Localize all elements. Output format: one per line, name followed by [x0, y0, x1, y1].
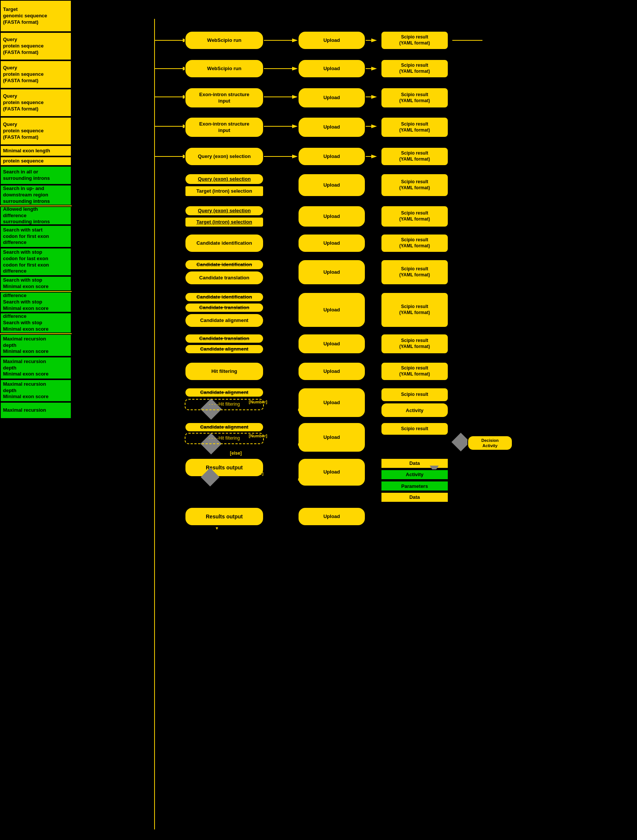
sidebar-item-10: Allowed lengthdifferencesurrounding intr… [0, 206, 72, 225]
upload-label-9: Upload [323, 269, 340, 276]
process-label-7a: Query (exon) selection [198, 208, 251, 214]
upload-label-12: Upload [323, 368, 340, 375]
upload-box-13: Upload [298, 388, 366, 418]
sidebar-label-4: Queryprotein sequence(FASTA format) [3, 93, 44, 112]
process-box-7a: Query (exon) selection [185, 205, 264, 216]
sidebar-label-19: Maximal recursion [3, 407, 46, 414]
result-label-12: Scipio result(YAML format) [399, 365, 430, 377]
svg-marker-27 [292, 125, 298, 128]
params-label-15: Parameters [401, 483, 428, 489]
sidebar-label-17: Maximal recursiondepthMinimal exon score [3, 358, 49, 378]
process-box-3: Exon-intron structureinput [185, 87, 264, 108]
upload-box-3: Upload [298, 87, 366, 108]
process-label-4: Exon-intron structureinput [199, 121, 249, 134]
sidebar-label-8: Search in all orsurrounding introns [3, 169, 50, 182]
process-box-9a: Candidate identification [185, 259, 264, 270]
process-label-1: WebScipio run [207, 37, 241, 44]
sidebar-label-11: Search with startcodon for first exondif… [3, 227, 49, 246]
sidebar-label-5: Queryprotein sequence(FASTA format) [3, 122, 44, 141]
svg-marker-19 [371, 38, 377, 42]
process-label-14a: Candidate alignment [200, 424, 248, 431]
sidebar-label-6: Minimal exon length [3, 148, 50, 154]
svg-marker-30 [292, 155, 298, 158]
process-box-11a: Candidate translation [185, 334, 264, 343]
upload-box-11: Upload [298, 334, 366, 354]
result-box-3: Scipio result(YAML format) [381, 87, 449, 108]
upload-label-6: Upload [323, 182, 340, 188]
process-box-10c: Candidate alignment [185, 313, 264, 328]
process-label-2: WebScipio run [207, 66, 241, 72]
process-box-7b: Target (intron) selection [185, 217, 264, 227]
number-label-15a: [Number] [245, 471, 263, 476]
sidebar-label-15: differenceSearch with stopMinimal exon s… [3, 313, 49, 333]
upload-box-14: Upload [298, 422, 366, 452]
result-box-4: Scipio result(YAML format) [381, 117, 449, 137]
result-label-6: Scipio result(YAML format) [399, 179, 430, 191]
result-box-14a: Scipio result [381, 422, 449, 436]
result-box-6: Scipio result(YAML format) [381, 174, 449, 197]
sidebar-label-7: protein sequence [3, 158, 44, 164]
svg-marker-21 [292, 67, 298, 71]
upload-label-3: Upload [323, 95, 340, 101]
activity-label-15: Activity [406, 472, 424, 478]
upload-box-6: Upload [298, 174, 366, 197]
sidebar-label-13: Search with stopMinimal exon score [3, 277, 49, 290]
process-label-5: Query (exon) selection [198, 153, 251, 160]
result-box-10: Scipio result(YAML format) [381, 292, 449, 328]
svg-marker-22 [371, 67, 377, 71]
process-box-4: Exon-intron structureinput [185, 117, 264, 137]
result-label-9: Scipio result(YAML format) [399, 266, 430, 278]
process-box-6a: Query (exon) selection [185, 174, 264, 185]
activity-badge-13: Activity [381, 403, 449, 418]
data-badge-15b: Data [381, 492, 449, 502]
result-label-14a: Scipio result [401, 426, 428, 432]
process-box-1: WebScipio run [185, 31, 264, 50]
upload-box-15a: Upload [298, 458, 366, 486]
upload-label-10: Upload [323, 307, 340, 313]
upload-label-5: Upload [323, 153, 340, 160]
result-label-13a: Scipio result [401, 392, 428, 398]
upload-label-11: Upload [323, 341, 340, 347]
process-box-8: Candidate identification [185, 234, 264, 253]
sidebar-item-11: Search with startcodon for first exondif… [0, 225, 72, 248]
process-label-6b: Target (intron) selection [196, 188, 252, 194]
svg-marker-31 [371, 155, 377, 158]
upload-box-8: Upload [298, 234, 366, 253]
process-label-13a: Candidate alignment [200, 390, 248, 396]
data-label-15b: Data [409, 494, 420, 501]
result-label-7: Scipio result(YAML format) [399, 210, 430, 222]
sidebar-label-12: Search with stopcodon for last exoncodon… [3, 249, 49, 275]
params-badge-15: Parameters [381, 481, 449, 491]
recursive-label-15a: recursive runs < [298, 477, 330, 482]
sidebar: Targetgenomic sequence(FASTA format) Que… [0, 0, 72, 840]
result-box-2: Scipio result(YAML format) [381, 59, 449, 78]
process-box-6b: Target (intron) selection [185, 185, 264, 197]
sidebar-item-5: Queryprotein sequence(FASTA format) [0, 117, 72, 145]
process-label-7b: Target (intron) selection [196, 219, 252, 226]
sidebar-label-16: Maximal recursiondepthMinimal exon score [3, 336, 49, 355]
sidebar-label-18: Maximal recursiondepthMinimal exon score [3, 381, 49, 400]
svg-marker-28 [371, 125, 377, 128]
upload-box-2: Upload [298, 59, 366, 78]
result-label-10: Scipio result(YAML format) [399, 304, 430, 316]
process-box-11b: Candidate alignment [185, 344, 264, 354]
upload-label-1: Upload [323, 37, 340, 44]
process-label-8: Candidate identification [196, 240, 252, 246]
upload-label-14: Upload [323, 434, 340, 441]
result-label-4: Scipio result(YAML format) [399, 122, 430, 133]
activity-label-13: Activity [406, 407, 424, 413]
sidebar-item-2: Queryprotein sequence(FASTA format) [0, 32, 72, 60]
process-label-3: Exon-intron structureinput [199, 92, 249, 104]
result-box-7: Scipio result(YAML format) [381, 205, 449, 227]
result-label-3: Scipio result(YAML format) [399, 92, 430, 104]
upload-box-9: Upload [298, 259, 366, 285]
process-label-11b: Candidate alignment [200, 346, 248, 352]
upload-box-15b: Upload [298, 507, 366, 526]
process-label-9b: Candidate translation [199, 275, 249, 281]
sidebar-item-19: Maximal recursion [0, 402, 72, 419]
sidebar-item-17: Maximal recursiondepthMinimal exon score [0, 357, 72, 379]
sidebar-label-3: Queryprotein sequence(FASTA format) [3, 65, 44, 84]
sidebar-item-13: Search with stopMinimal exon score [0, 276, 72, 291]
sidebar-label-14: differenceSearch with stopMinimal exon s… [3, 292, 49, 312]
process-box-9b: Candidate translation [185, 271, 264, 285]
